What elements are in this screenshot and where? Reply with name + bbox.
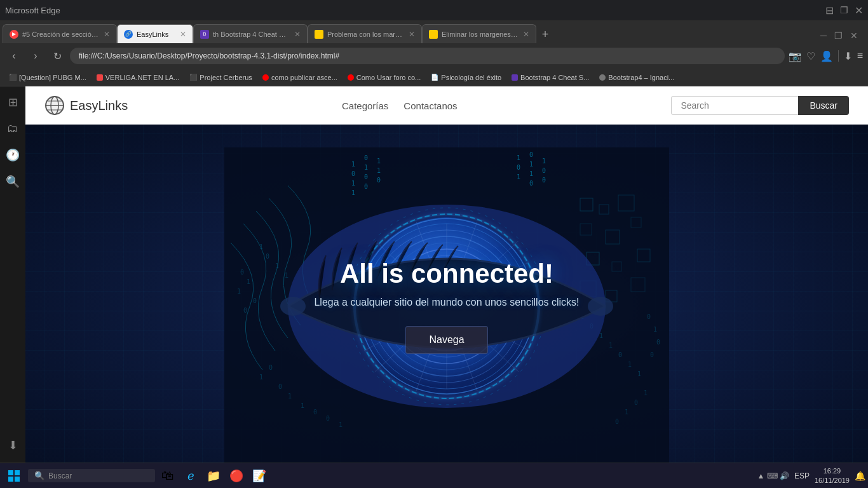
app-icon: 🔴 xyxy=(229,469,243,483)
svg-text:1: 1 xyxy=(517,173,520,180)
svg-text:0: 0 xyxy=(650,351,654,358)
svg-text:0: 0 xyxy=(243,307,247,314)
nav-link-contactanos[interactable]: Contactanos xyxy=(403,100,457,111)
taskbar-app-icon[interactable]: 🔴 xyxy=(226,466,247,486)
hero-title: All is connected! xyxy=(314,259,579,289)
tab-problema[interactable]: Problema con los margene... ✕ xyxy=(308,24,422,43)
brand[interactable]: EasyLinks xyxy=(44,95,128,116)
sublime-icon: 📝 xyxy=(252,469,266,483)
svg-text:1: 1 xyxy=(637,370,641,377)
taskbar-explorer-icon[interactable]: 📁 xyxy=(203,466,224,486)
svg-text:1: 1 xyxy=(339,421,342,428)
tab-close-problema[interactable]: ✕ xyxy=(409,30,415,39)
download-icon[interactable]: ⬇ xyxy=(844,50,852,62)
bookmark-bootstrap-ignaci[interactable]: Bootstrap4 – Ignaci... xyxy=(595,72,678,83)
svg-text:1: 1 xyxy=(377,158,381,165)
sidebar-tab-icon[interactable]: 🗂 xyxy=(3,118,22,139)
bookmark-favicon-foro xyxy=(348,74,354,81)
new-tab-button[interactable]: + xyxy=(536,25,554,43)
camera-icon[interactable]: 📷 xyxy=(789,50,801,62)
close-btn[interactable]: ✕ xyxy=(848,28,860,43)
svg-text:0: 0 xyxy=(269,364,273,371)
svg-text:1: 1 xyxy=(644,390,648,396)
svg-text:1: 1 xyxy=(351,161,355,168)
sidebar-search-icon[interactable]: 🔍 xyxy=(2,171,24,193)
bookmark-publicar[interactable]: como publicar asce... xyxy=(259,72,341,83)
tab-title-eliminar: Eliminar los margenes en b... xyxy=(442,30,519,38)
svg-text:1: 1 xyxy=(351,189,355,196)
tab-close-easylinks[interactable]: ✕ xyxy=(180,30,186,39)
svg-rect-99 xyxy=(8,470,13,475)
tab-title-problema: Problema con los margene... xyxy=(327,30,405,38)
tab-favicon-easylinks: 🔗 xyxy=(124,30,133,39)
taskbar-sublime-icon[interactable]: 📝 xyxy=(249,466,269,486)
back-button[interactable]: ‹ xyxy=(5,47,23,65)
minimize-btn[interactable]: ─ xyxy=(818,28,829,43)
address-input[interactable] xyxy=(70,48,785,64)
sidebar-home-icon[interactable]: ⊞ xyxy=(4,92,22,113)
address-bar: ‹ › ↻ 📷 ♡ 👤 ⬇ ≡ xyxy=(0,43,868,69)
refresh-button[interactable]: ↻ xyxy=(48,47,66,65)
bookmark-favicon-psicologia: 📄 xyxy=(431,74,438,81)
svg-text:0: 0 xyxy=(529,151,533,158)
tab-bootstrap[interactable]: B th Bootstrap 4 Cheat Sheet -... ✕ xyxy=(193,24,308,43)
restore-btn[interactable]: ❐ xyxy=(832,28,845,43)
svg-text:1: 1 xyxy=(259,374,263,381)
sidebar-history-icon[interactable]: 🕐 xyxy=(2,144,24,166)
notification-icon[interactable]: 🔔 xyxy=(855,471,865,481)
taskbar-search[interactable]: 🔍 Buscar xyxy=(28,469,155,482)
svg-text:1: 1 xyxy=(377,167,381,174)
taskbar-edge-icon[interactable]: ℯ xyxy=(180,466,201,486)
bookmark-favicon-bootstrap-ignaci xyxy=(599,74,606,81)
svg-text:1: 1 xyxy=(259,243,263,250)
bookmark-verliga[interactable]: VERLIGA.NET EN LA... xyxy=(93,72,184,83)
hero-cta-button[interactable]: Navega xyxy=(405,326,487,354)
search-form: Buscar xyxy=(671,96,849,115)
sidebar-download-icon[interactable]: ⬇ xyxy=(4,435,22,456)
title-bar: Microsoft Edge ⊟ ❐ ✕ xyxy=(0,0,868,20)
svg-text:0: 0 xyxy=(542,167,546,174)
nav-link-categorias[interactable]: Categorías xyxy=(342,100,388,111)
bookmark-favicon-pubg: ⬛ xyxy=(9,74,17,81)
taskbar-search-label: Buscar xyxy=(48,471,72,480)
tab-easylinks[interactable]: 🔗 EasyLinks ✕ xyxy=(117,24,193,43)
tab-close-youtube[interactable]: ✕ xyxy=(104,30,110,39)
svg-text:1: 1 xyxy=(351,180,355,187)
bookmark-favicon-bootstrap-cheat xyxy=(512,74,518,81)
tab-favicon-youtube: ▶ xyxy=(10,30,18,39)
svg-text:1: 1 xyxy=(542,158,546,165)
windows-logo-icon xyxy=(8,470,20,482)
profile-icon[interactable]: 👤 xyxy=(820,50,833,62)
tab-close-eliminar[interactable]: ✕ xyxy=(523,30,529,39)
bookmark-pubg[interactable]: ⬛ [Question] PUBG M... xyxy=(5,72,90,83)
taskbar-store-icon[interactable]: 🛍 xyxy=(158,466,178,486)
svg-text:0: 0 xyxy=(364,173,368,180)
tab-youtube[interactable]: ▶ #5 Creación de sección-1 ... ✕ xyxy=(3,24,117,43)
tab-eliminar[interactable]: Eliminar los margenes en b... ✕ xyxy=(422,24,536,43)
bookmark-label-cerberus: Project Cerberus xyxy=(200,74,252,81)
svg-text:1: 1 xyxy=(364,164,368,171)
svg-text:1: 1 xyxy=(517,154,520,161)
bookmark-usar-foro[interactable]: Como Usar foro co... xyxy=(344,72,424,83)
search-button[interactable]: Buscar xyxy=(798,96,849,115)
svg-text:1: 1 xyxy=(609,342,613,349)
menu-icon[interactable]: ≡ xyxy=(857,50,863,62)
svg-text:1: 1 xyxy=(288,393,292,400)
svg-text:0: 0 xyxy=(240,269,244,276)
start-button[interactable] xyxy=(3,464,25,487)
svg-text:0: 0 xyxy=(647,313,651,320)
search-input[interactable] xyxy=(671,96,798,115)
forward-button[interactable]: › xyxy=(27,47,44,65)
svg-text:0: 0 xyxy=(266,253,269,260)
taskbar-clock[interactable]: 16:29 16/11/2019 xyxy=(815,466,850,485)
bookmark-label-pubg: [Question] PUBG M... xyxy=(19,74,86,81)
bookmark-psicologia[interactable]: 📄 Psicología del éxito xyxy=(427,72,505,83)
tab-title-bootstrap: th Bootstrap 4 Cheat Sheet -... xyxy=(213,30,290,38)
svg-text:0: 0 xyxy=(253,297,257,304)
bookmark-favicon-verliga xyxy=(97,74,103,81)
bookmark-bootstrap-cheat[interactable]: Bootstrap 4 Cheat S... xyxy=(508,72,593,83)
favorites-icon[interactable]: ♡ xyxy=(806,50,815,62)
tab-close-bootstrap[interactable]: ✕ xyxy=(294,30,301,39)
svg-rect-101 xyxy=(8,477,13,482)
bookmark-cerberus[interactable]: ⬛ Project Cerberus xyxy=(186,72,256,83)
